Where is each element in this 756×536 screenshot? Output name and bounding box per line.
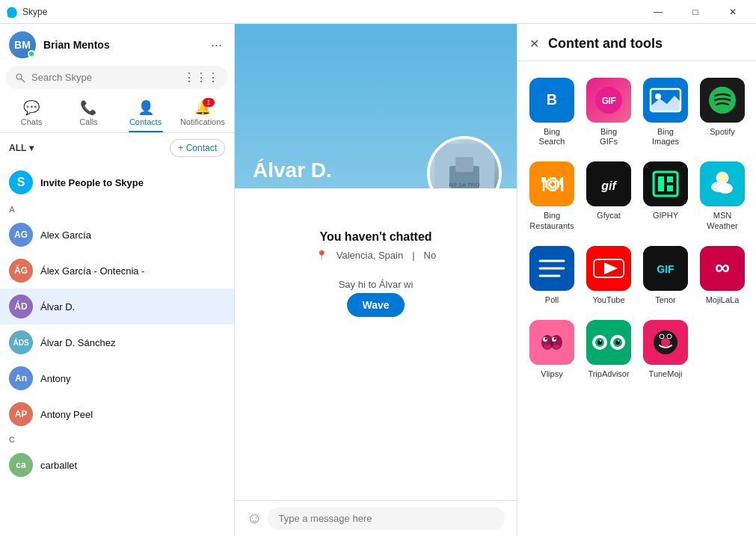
svg-line-1 [21,78,24,81]
list-item[interactable]: ÁDS Álvar D. Sánchez [0,324,234,360]
svg-rect-19 [643,161,688,206]
gfycat-icon: gif [586,161,631,206]
svg-point-59 [661,338,670,347]
svg-rect-22 [667,176,673,182]
sidebar: BM Brian Mentos ··· ⋮⋮⋮ 💬 Chats 📞 Calls [0,24,235,536]
tab-calls[interactable]: 📞 Calls [60,95,117,132]
say-hi-text: Say hi to Álvar wi [339,279,414,290]
tab-chats[interactable]: 💬 Chats [3,95,60,132]
grid-view-button[interactable]: ⋮⋮⋮ [183,70,219,84]
svg-text:gif: gif [600,179,617,192]
svg-point-60 [660,334,664,339]
bing-restaurants-icon: 🍽 [529,161,574,206]
poll-icon [529,246,574,291]
spotify-label: Spotify [710,127,735,137]
svg-rect-4 [455,157,473,172]
location-icon: 📍 [316,250,328,261]
message-input[interactable] [268,507,505,530]
emoji-button[interactable]: ☺ [247,510,262,527]
list-item[interactable]: An Antony [0,360,234,396]
svg-point-46 [544,345,551,349]
tool-vlipsy[interactable]: Vlipsy [526,315,577,383]
tripadvisor-icon [586,320,631,365]
contacts-filter: ALL ▾ + Contact [0,133,234,163]
more-options-button[interactable]: ··· [208,34,225,56]
chat-input-area: ☺ [235,500,517,536]
bing-search-icon: B [529,78,574,123]
svg-rect-21 [658,176,664,191]
tool-bing-restaurants[interactable]: 🍽 BingRestaurants [526,157,577,235]
tool-giphy[interactable]: GIPHY [640,157,691,235]
youtube-icon [586,246,631,291]
no-chat-message: You haven't chatted [319,230,431,244]
location-row: 📍 Valencia, Spain | No [316,250,436,261]
list-item[interactable]: ÁD Álvar D. [0,289,234,324]
notifications-badge: 1 [203,98,215,107]
tool-gfycat[interactable]: gif Gfycat [583,157,634,235]
avatar: ca [9,453,33,477]
search-input[interactable] [31,72,180,83]
invite-people-item[interactable]: S Invite People to Skype [0,163,234,202]
list-item[interactable]: AP Antony Peel [0,396,234,432]
mojilala-label: MojiLaLa [706,295,740,305]
minimize-button[interactable]: — [641,0,675,24]
svg-point-45 [554,337,556,339]
tool-poll[interactable]: Poll [526,241,577,309]
tab-contacts[interactable]: 👤 Contacts [117,95,174,132]
tool-youtube[interactable]: YouTube [583,241,634,309]
tool-mojilala[interactable]: ∞ MojiLaLa [697,241,748,309]
giphy-label: GIPHY [653,211,678,221]
profile-area: BM Brian Mentos ··· [0,24,234,66]
tool-bing-gifs[interactable]: GIF BingGIFs [583,73,634,151]
close-button[interactable]: ✕ [716,0,750,24]
list-item[interactable]: ca carballet [0,447,234,483]
invite-label: Invite People to Skype [40,177,144,188]
msn-weather-label: MSNWeather [707,211,737,230]
contacts-list: S Invite People to Skype A AG Alex Garcí… [0,163,234,536]
separator: | [412,250,414,261]
chevron-down-icon: ▾ [29,143,34,153]
tools-close-button[interactable]: ✕ [529,37,539,51]
chat-body: You haven't chatted 📍 Valencia, Spain | … [235,188,517,500]
tools-header: ✕ Content and tools [517,24,756,61]
nav-tabs: 💬 Chats 📞 Calls 👤 Contacts 🔔 1 Notificat… [0,95,234,133]
avatar: ÁDS [9,330,33,354]
online-status [28,50,35,58]
tool-spotify[interactable]: Spotify [697,73,748,151]
tunemoji-icon [643,320,688,365]
bing-gifs-icon: GIF [586,78,631,123]
bing-gifs-label: BingGIFs [600,127,618,147]
tool-tunemoji[interactable]: TuneMoji [640,315,691,383]
tool-tripadvisor[interactable]: TripAdvisor [583,315,634,383]
window-controls: — □ ✕ [641,0,750,24]
filter-label[interactable]: ALL ▾ [9,143,34,153]
no-label: No [424,250,437,261]
list-item[interactable]: AG Alex García [0,217,234,253]
tool-tenor[interactable]: GIF Tenor [640,241,691,309]
search-icon [15,73,25,83]
spotify-icon [700,78,745,123]
maximize-button[interactable]: □ [678,0,713,24]
avatar: BM [9,31,36,58]
app-body: BM Brian Mentos ··· ⋮⋮⋮ 💬 Chats 📞 Calls [0,24,756,536]
mojilala-icon: ∞ [700,246,745,291]
bing-images-label: BingImages [652,127,679,147]
add-contact-button[interactable]: + Contact [170,139,225,157]
location-text: Valencia, Spain [336,250,403,261]
wave-button[interactable]: Wave [347,293,404,317]
list-item[interactable]: ÁG Álex García - Ontecnia - [0,253,234,289]
contact-name: Álvar D. [40,301,75,312]
svg-point-47 [553,345,560,349]
avatar: ÁG [9,259,33,283]
contact-name: Antony Peel [40,409,93,420]
svg-point-27 [718,183,733,194]
svg-text:B: B [547,91,557,108]
profile-name: Brian Mentos [43,39,208,51]
tripadvisor-label: TripAdvisor [588,369,629,379]
tool-msn-weather[interactable]: MSNWeather [697,157,748,235]
tool-bing-search[interactable]: B BingSearch [526,73,577,151]
tab-notifications[interactable]: 🔔 1 Notifications [174,95,231,132]
tunemoji-label: TuneMoji [649,369,683,379]
tool-bing-images[interactable]: BingImages [640,73,691,151]
section-c: C [0,432,234,447]
